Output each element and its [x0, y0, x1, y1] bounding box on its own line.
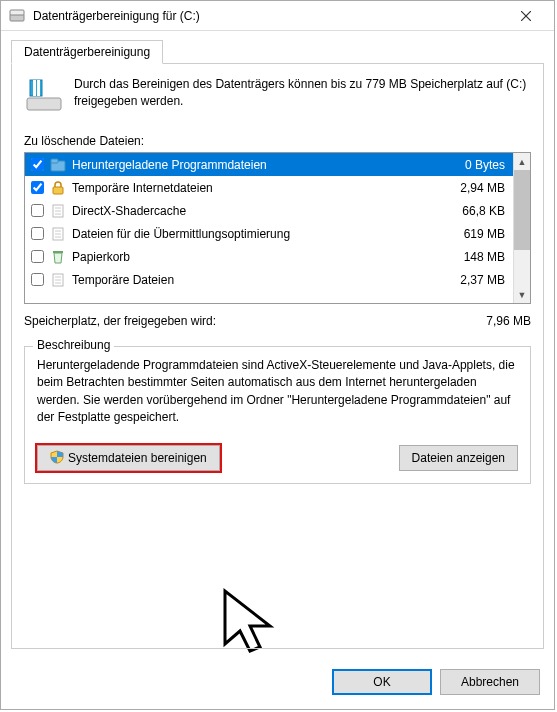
tab-strip: Datenträgerbereinigung [1, 31, 554, 63]
page-icon [50, 272, 66, 288]
cleanup-system-files-label: Systemdateien bereinigen [68, 451, 207, 465]
close-icon [521, 11, 531, 21]
file-checkbox[interactable] [31, 204, 44, 217]
info-row: Durch das Bereinigen des Datenträgers kö… [24, 76, 531, 116]
file-size: 148 MB [439, 250, 509, 264]
space-row: Speicherplatz, der freigegeben wird: 7,9… [24, 314, 531, 328]
folder-icon [50, 157, 66, 173]
tab-panel: Durch das Bereinigen des Datenträgers kö… [11, 63, 544, 649]
file-name: Heruntergeladene Programmdateien [72, 158, 439, 172]
file-size: 2,37 MB [439, 273, 509, 287]
page-icon [50, 203, 66, 219]
file-checkbox[interactable] [31, 158, 44, 171]
page-icon [50, 226, 66, 242]
svg-rect-1 [10, 10, 24, 15]
cancel-button[interactable]: Abbrechen [440, 669, 540, 695]
shield-icon [50, 450, 64, 464]
view-files-button[interactable]: Dateien anzeigen [399, 445, 518, 471]
dialog-button-row: OK Abbrechen [1, 659, 554, 709]
file-list-row[interactable]: Temporäre Internetdateien2,94 MB [25, 176, 513, 199]
ok-label: OK [373, 675, 390, 689]
file-name: DirectX-Shadercache [72, 204, 439, 218]
window-title: Datenträgerbereinigung für (C:) [33, 9, 506, 23]
file-list-row[interactable]: DirectX-Shadercache66,8 KB [25, 199, 513, 222]
disk-cleanup-window: Datenträgerbereinigung für (C:) Datenträ… [0, 0, 555, 710]
close-button[interactable] [506, 2, 546, 30]
title-bar[interactable]: Datenträgerbereinigung für (C:) [1, 1, 554, 31]
file-size: 0 Bytes [439, 158, 509, 172]
tab-disk-cleanup[interactable]: Datenträgerbereinigung [11, 40, 163, 64]
description-heading: Beschreibung [33, 338, 114, 352]
file-name: Temporäre Dateien [72, 273, 439, 287]
lock-icon [50, 180, 66, 196]
svg-rect-6 [33, 80, 36, 96]
svg-rect-4 [27, 98, 61, 110]
file-size: 2,94 MB [439, 181, 509, 195]
file-name: Papierkorb [72, 250, 439, 264]
space-freed-value: 7,96 MB [451, 314, 531, 328]
description-group: Beschreibung Heruntergeladende Programmd… [24, 346, 531, 484]
file-list-row[interactable]: Heruntergeladene Programmdateien0 Bytes [25, 153, 513, 176]
info-text: Durch das Bereinigen des Datenträgers kö… [74, 76, 531, 111]
description-text: Heruntergeladende Programmdateien sind A… [37, 357, 518, 427]
file-list-row[interactable]: Temporäre Dateien2,37 MB [25, 268, 513, 291]
file-list-row[interactable]: Papierkorb148 MB [25, 245, 513, 268]
svg-rect-7 [37, 80, 40, 96]
files-to-delete-label: Zu löschende Dateien: [24, 134, 531, 148]
scrollbar[interactable]: ▲ ▼ [513, 153, 530, 303]
cancel-label: Abbrechen [461, 675, 519, 689]
file-size: 66,8 KB [439, 204, 509, 218]
file-name: Dateien für die Übermittlungsoptimierung [72, 227, 439, 241]
file-checkbox[interactable] [31, 181, 44, 194]
scroll-track[interactable] [514, 250, 530, 286]
file-list-row[interactable]: Dateien für die Übermittlungsoptimierung… [25, 222, 513, 245]
view-files-label: Dateien anzeigen [412, 451, 505, 465]
cleanup-system-files-button[interactable]: Systemdateien bereinigen [37, 445, 220, 471]
scroll-down-icon[interactable]: ▼ [514, 286, 530, 303]
scroll-thumb[interactable] [514, 170, 530, 250]
file-list[interactable]: Heruntergeladene Programmdateien0 BytesT… [24, 152, 531, 304]
svg-rect-9 [51, 159, 58, 163]
file-name: Temporäre Internetdateien [72, 181, 439, 195]
svg-rect-10 [53, 187, 63, 194]
scroll-up-icon[interactable]: ▲ [514, 153, 530, 170]
svg-rect-19 [53, 251, 63, 253]
recycle-icon [50, 249, 66, 265]
file-checkbox[interactable] [31, 273, 44, 286]
file-checkbox[interactable] [31, 250, 44, 263]
ok-button[interactable]: OK [332, 669, 432, 695]
drive-cleanup-icon [24, 76, 64, 116]
file-size: 619 MB [439, 227, 509, 241]
file-checkbox[interactable] [31, 227, 44, 240]
drive-icon [9, 8, 25, 24]
space-freed-label: Speicherplatz, der freigegeben wird: [24, 314, 451, 328]
